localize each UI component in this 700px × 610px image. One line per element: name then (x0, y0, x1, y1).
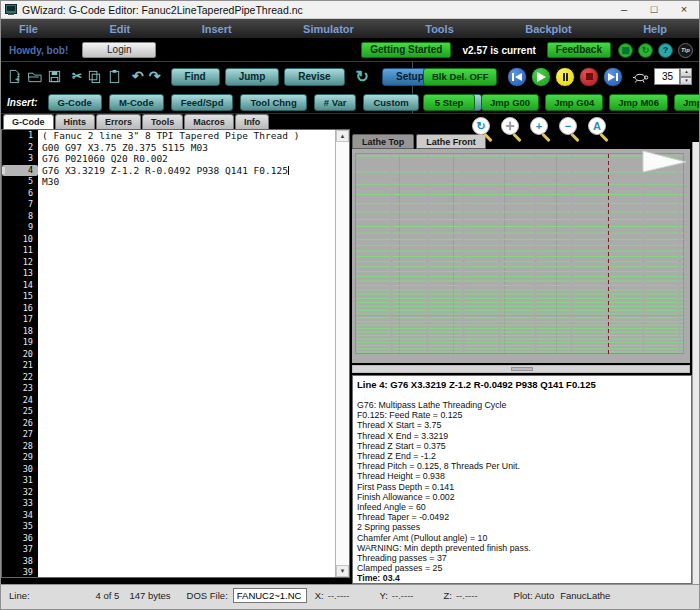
code-line[interactable] (42, 245, 335, 257)
code-line[interactable] (42, 257, 335, 269)
copy-icon[interactable] (87, 68, 102, 85)
menu-edit[interactable]: Edit (109, 23, 130, 35)
tab-info[interactable]: Info (235, 114, 270, 129)
play-button[interactable] (531, 67, 551, 87)
plot-horizontal-scrollbar[interactable] (352, 365, 690, 373)
code-line[interactable] (42, 441, 335, 453)
code-line[interactable] (42, 498, 335, 510)
menu-insert[interactable]: Insert (202, 23, 232, 35)
insert-custom-button[interactable]: Custom (363, 94, 418, 111)
code-line[interactable] (42, 188, 335, 200)
code-line[interactable] (42, 199, 335, 211)
open-file-icon[interactable] (27, 68, 42, 85)
help-icon[interactable]: ? (658, 43, 673, 58)
revise-button[interactable]: Revise (284, 68, 344, 86)
backplot-canvas[interactable] (352, 149, 690, 363)
code-line[interactable] (42, 372, 335, 384)
code-line[interactable] (42, 418, 335, 430)
code-line[interactable] (42, 395, 335, 407)
cut-icon[interactable]: ✂ (72, 68, 82, 85)
keyboard-icon[interactable]: ▦ (618, 43, 633, 58)
code-line[interactable] (42, 487, 335, 499)
pause-button[interactable] (555, 67, 575, 87)
insert-tool-chng-button[interactable]: Tool Chng (240, 94, 306, 111)
save-icon[interactable] (47, 68, 62, 85)
speed-down-button[interactable]: ▼ (680, 77, 692, 86)
code-line[interactable] (42, 567, 335, 577)
code-line[interactable]: G76 P021060 Q20 R0.002 (42, 153, 335, 165)
code-line[interactable] (42, 303, 335, 315)
zoom-out-icon[interactable]: − (559, 117, 581, 140)
code-line[interactable]: ( Fanuc 2 line 3" 8 TPI Tapered Pipe Thr… (42, 130, 335, 142)
code-line[interactable] (42, 383, 335, 395)
code-line[interactable]: G76 X3.3219 Z-1.2 R-0.0492 P938 Q141 F0.… (42, 165, 335, 177)
reset-zoom-icon[interactable]: ↻ (472, 117, 494, 140)
code-line[interactable] (42, 326, 335, 338)
tab-macros[interactable]: Macros (184, 114, 234, 129)
find-button[interactable]: Find (171, 68, 220, 86)
menu-backplot[interactable]: Backplot (525, 23, 571, 35)
insert-feed-spd-button[interactable]: Feed/Spd (171, 94, 234, 111)
code-line[interactable] (42, 268, 335, 280)
code-line[interactable] (42, 314, 335, 326)
speed-up-button[interactable]: ▲ (680, 68, 692, 77)
jmp-m06-button[interactable]: Jmp M06 (609, 94, 668, 111)
code-line[interactable] (42, 337, 335, 349)
code-line[interactable]: M30 (42, 176, 335, 188)
zoom-in-icon[interactable]: + (530, 117, 552, 140)
code-line[interactable] (42, 521, 335, 533)
insert-g-code-button[interactable]: G-Code (48, 94, 102, 111)
code-line[interactable] (42, 349, 335, 361)
tab-lathe-top[interactable]: Lathe Top (352, 134, 414, 149)
maximize-button[interactable]: □ (639, 1, 669, 18)
code-line[interactable] (42, 222, 335, 234)
undo-icon[interactable]: ↶ (132, 68, 144, 85)
code-area[interactable]: ( Fanuc 2 line 3" 8 TPI Tapered Pipe Thr… (38, 130, 335, 577)
block-delete-button[interactable]: Blk Del. OFF (423, 68, 497, 86)
code-line[interactable] (42, 475, 335, 487)
update-icon[interactable]: ↻ (638, 43, 653, 58)
menu-tools[interactable]: Tools (425, 23, 454, 35)
code-line[interactable] (42, 533, 335, 545)
close-button[interactable]: × (669, 1, 699, 18)
jmp-g04-button[interactable]: Jmp G04 (545, 94, 603, 111)
zoom-auto-icon[interactable]: A (588, 117, 610, 140)
code-line[interactable]: G00 G97 X3.75 Z0.375 S115 M03 (42, 142, 335, 154)
editor-vertical-scrollbar[interactable]: ▲ ▼ (335, 130, 349, 577)
menu-file[interactable]: File (19, 23, 38, 35)
pan-icon[interactable]: ✛ (501, 117, 523, 140)
code-line[interactable] (42, 234, 335, 246)
insert-m-code-button[interactable]: M-Code (109, 94, 164, 111)
dos-file-input[interactable] (233, 588, 307, 603)
scroll-down-icon[interactable]: ▼ (336, 565, 349, 577)
code-line[interactable] (42, 544, 335, 556)
code-line[interactable] (42, 280, 335, 292)
tab-tools[interactable]: Tools (142, 114, 183, 129)
stop-button[interactable] (579, 67, 599, 87)
menu-simulator[interactable]: Simulator (303, 23, 354, 35)
plot-vertical-scrollbar[interactable] (692, 142, 700, 584)
feedback-button[interactable]: Feedback (547, 42, 611, 58)
code-line[interactable] (42, 452, 335, 464)
code-line[interactable] (42, 291, 335, 303)
code-line[interactable] (42, 429, 335, 441)
5-step-button[interactable]: 5 Step (423, 94, 475, 111)
redo-icon[interactable]: ↷ (149, 68, 161, 85)
scroll-up-icon[interactable]: ▲ (336, 130, 349, 142)
new-file-icon[interactable] (7, 68, 22, 85)
code-line[interactable] (42, 360, 335, 372)
tab-hints[interactable]: Hints (55, 114, 96, 129)
getting-started-button[interactable]: Getting Started (361, 42, 451, 58)
tab-errors[interactable]: Errors (96, 114, 141, 129)
jump-button[interactable]: Jump (225, 68, 280, 86)
sim-speed-input[interactable] (654, 68, 680, 85)
jmp-g00-button[interactable]: Jmp G00 (481, 94, 539, 111)
paste-icon[interactable] (107, 68, 122, 85)
scroll-thumb[interactable] (511, 367, 533, 371)
code-line[interactable] (42, 211, 335, 223)
tip-icon[interactable]: Tip (678, 43, 693, 58)
code-line[interactable] (42, 510, 335, 522)
skip-to-start-button[interactable] (507, 67, 527, 87)
tab-g-code[interactable]: G-Code (3, 114, 54, 129)
login-button[interactable]: Login (82, 42, 156, 58)
